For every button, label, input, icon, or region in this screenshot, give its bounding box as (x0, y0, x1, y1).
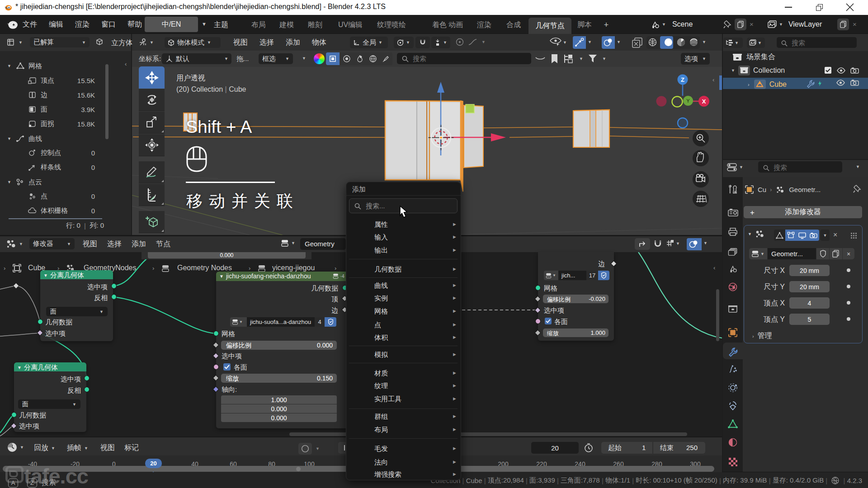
svg-text:‹: ‹ (712, 76, 714, 83)
svg-text:Y: Y (686, 98, 690, 103)
svg-text:Z: Z (681, 76, 684, 83)
svg-text:X: X (702, 98, 706, 105)
